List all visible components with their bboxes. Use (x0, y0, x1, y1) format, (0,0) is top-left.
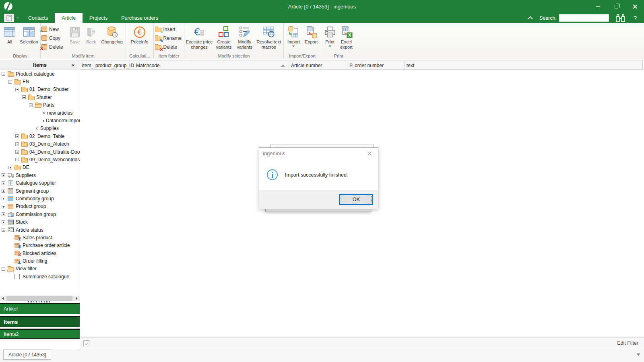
collapse-expander-icon[interactable] (22, 95, 26, 99)
tab-purchase-orders[interactable]: Purchase orders (114, 13, 165, 23)
expand-expander-icon[interactable] (15, 150, 19, 154)
tree-horizontal-scrollbar[interactable] (0, 296, 80, 301)
tree-item-02-demo-table[interactable]: 02_Demo_Table (0, 132, 80, 140)
tree-item-new-articles[interactable]: new articles (0, 109, 80, 117)
save-button[interactable]: Save (67, 24, 83, 45)
tree-item-parts[interactable]: Parts (0, 101, 80, 109)
excel-export-button[interactable]: X Excel export (338, 24, 355, 49)
tree-item-shutter[interactable]: Shutter (0, 93, 80, 101)
collapse-expander-icon[interactable] (2, 267, 5, 271)
expand-expander-icon[interactable] (2, 220, 5, 224)
selection-button[interactable]: Selection (19, 24, 39, 45)
tree-item-de[interactable]: DE (0, 164, 80, 171)
expand-expander-icon[interactable] (15, 142, 19, 146)
tree-item-purchase-order-article[interactable]: Purchase order article (0, 242, 80, 249)
column-header-text[interactable]: text (405, 61, 642, 70)
tree-item-summarize-catalogue[interactable]: Summarize catalogue (0, 273, 80, 280)
collapse-expander-icon[interactable] (2, 228, 5, 232)
summarize-catalogue-checkbox[interactable] (14, 274, 20, 279)
binoculars-icon[interactable] (615, 14, 625, 23)
panel-button-items2[interactable]: Items2 (0, 329, 80, 339)
expand-expander-icon[interactable] (2, 212, 5, 216)
collapse-sidebar-icon[interactable]: « (72, 62, 80, 68)
expand-expander-icon[interactable] (15, 134, 19, 138)
restore-button[interactable] (607, 0, 625, 13)
expand-expander-icon[interactable] (2, 205, 5, 208)
document-tab-article[interactable]: Article [0 / 14353] (3, 350, 51, 360)
scroll-right-arrow-icon[interactable] (74, 296, 80, 301)
panel-button-artikel[interactable]: Artikel (0, 303, 80, 314)
tree-item-datanorm-import[interactable]: Datanorm import (0, 117, 80, 124)
collapse-expander-icon[interactable] (29, 103, 33, 107)
tab-list-dropdown-icon[interactable] (637, 354, 640, 356)
tab-projects[interactable]: Projects (83, 13, 114, 23)
collapse-ribbon-icon[interactable] (528, 16, 533, 21)
resolve-text-macros-button[interactable]: Resolve text macros (256, 24, 282, 49)
rename-folder-button[interactable]: ✎ Rename (155, 35, 183, 41)
filter-checkbox[interactable] (83, 340, 89, 346)
tree-item-suppliers[interactable]: Suppliers (0, 171, 80, 179)
create-variants-button[interactable]: Create variants (214, 24, 234, 49)
changelog-button[interactable]: Changelog (99, 24, 124, 45)
ok-button[interactable]: OK (339, 194, 373, 205)
collapse-expander-icon[interactable] (15, 88, 19, 91)
tree-item-blocked-articles[interactable]: Blocked articles (0, 249, 80, 257)
minimize-button[interactable] (588, 0, 607, 13)
tree-item-04-demo-ultralite-doors[interactable]: 04_Demo_Ultralite-Doors (0, 148, 80, 156)
scroll-left-arrow-icon[interactable] (0, 296, 6, 301)
tree-item-sales-product[interactable]: Sales product (0, 234, 80, 241)
copy-button[interactable]: Copy (41, 35, 66, 41)
tab-article[interactable]: Article (55, 13, 83, 23)
back-button[interactable]: Back (83, 24, 99, 45)
delete-folder-button[interactable]: ✕ Delete (155, 43, 183, 50)
tree-item-09-demo-webcontrols[interactable]: 09_Demo_Webcontrols (0, 156, 80, 163)
tree-item-order-filling[interactable]: Order filling (0, 257, 80, 265)
dialog-close-icon[interactable] (367, 151, 372, 156)
tree-item-stock[interactable]: Stock (0, 218, 80, 226)
column-header-product-group-id[interactable]: product_group_ID (93, 61, 134, 70)
app-menu-button[interactable] (4, 14, 14, 22)
import-button[interactable]: Import (285, 24, 302, 47)
panel-button-items[interactable]: Items (0, 316, 80, 327)
modify-variants-button[interactable]: Modify variants (235, 24, 255, 49)
tree-item-03-demo-alutech[interactable]: 03_Demo_Alutech (0, 140, 80, 148)
expand-expander-icon[interactable] (2, 181, 5, 185)
expand-expander-icon[interactable] (15, 158, 19, 161)
new-button[interactable]: + New (41, 26, 66, 33)
tree-item-product-catalogue[interactable]: Product catalogue (0, 70, 80, 78)
tree-item-product-group[interactable]: Product group (0, 203, 80, 210)
expand-expander-icon[interactable] (2, 173, 5, 177)
column-header-matchcode[interactable]: Matchcode (134, 61, 289, 70)
tree-item-commodity-group[interactable]: Commodity group (0, 195, 80, 202)
delete-button[interactable]: ✕ Delete (41, 43, 66, 50)
all-button[interactable]: All (1, 24, 18, 45)
execute-price-changes-button[interactable]: € Execute price changes (186, 24, 213, 49)
collapse-expander-icon[interactable] (2, 72, 5, 76)
import-dropdown-caret-icon[interactable] (292, 45, 295, 47)
print-dropdown-caret-icon[interactable] (329, 45, 331, 47)
expand-expander-icon[interactable] (2, 197, 5, 200)
tree-item-segment-group[interactable]: Segment group (0, 187, 80, 195)
collapse-expander-icon[interactable] (8, 80, 12, 84)
column-header-article-number[interactable]: Article number (289, 61, 347, 70)
print-button[interactable]: Print (322, 24, 337, 47)
tree-item-view-filter[interactable]: View filter (0, 265, 80, 273)
export-button[interactable]: Export (303, 24, 320, 45)
expand-expander-icon[interactable] (2, 189, 5, 193)
search-input[interactable] (559, 14, 609, 22)
help-button[interactable]: ? (631, 14, 639, 21)
column-header-p-order-number[interactable]: P. order number (347, 61, 405, 70)
tree-item-article-status[interactable]: Article status (0, 226, 80, 234)
tree-item-en[interactable]: EN (0, 78, 80, 85)
scrollbar-thumb[interactable] (6, 296, 72, 301)
tree-item-catalogue-supplier[interactable]: Catalogue supplier (0, 179, 80, 187)
column-header-item-id[interactable]: item_... (80, 61, 93, 70)
edit-filter-link[interactable]: Edit Filter (617, 340, 638, 346)
tree-item-commission-group[interactable]: Commission group (0, 210, 80, 218)
insert-folder-button[interactable]: + Insert (155, 26, 183, 33)
close-button[interactable] (625, 0, 644, 13)
priceinfo-button[interactable]: € Priceinfo (128, 24, 151, 45)
expand-expander-icon[interactable] (8, 166, 12, 169)
tab-contacts[interactable]: Contacts (21, 13, 55, 23)
tree-item-supplies[interactable]: Supplies (0, 125, 80, 132)
